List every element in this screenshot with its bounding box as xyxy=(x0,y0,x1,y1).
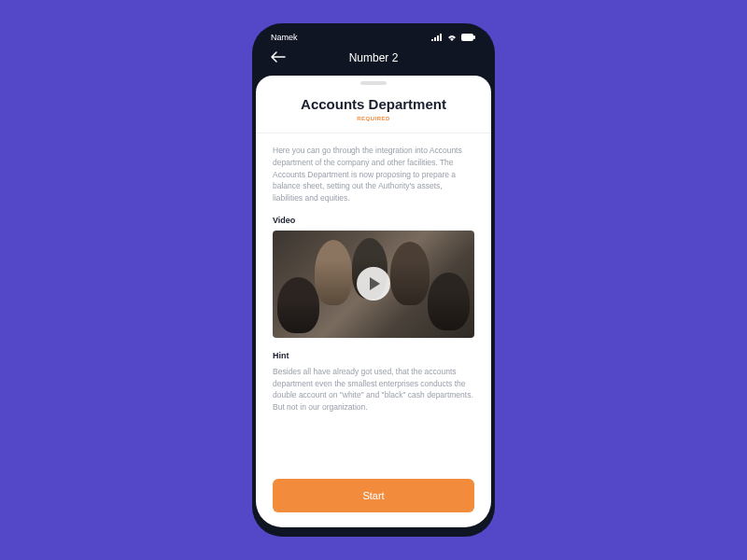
carrier-label: Namek xyxy=(271,33,298,42)
content-card: Accounts Department REQUIRED Here you ca… xyxy=(256,76,491,527)
header-section: Accounts Department REQUIRED xyxy=(256,92,491,133)
hint-text: Besides all have already got used, that … xyxy=(273,366,474,413)
drag-handle[interactable] xyxy=(360,81,387,85)
arrow-left-icon xyxy=(271,51,286,63)
play-icon xyxy=(370,277,380,290)
svg-rect-5 xyxy=(473,35,475,39)
svg-rect-2 xyxy=(437,35,439,41)
body-section: Here you can go through the integration … xyxy=(256,133,491,479)
signal-icon xyxy=(431,34,443,41)
phone-frame: Namek Number 2 Accounts Department REQUI… xyxy=(252,23,495,537)
video-label: Video xyxy=(273,216,474,225)
svg-rect-0 xyxy=(431,39,433,41)
status-bar: Namek xyxy=(256,27,491,44)
nav-title: Number 2 xyxy=(271,51,476,64)
required-badge: REQUIRED xyxy=(271,116,476,121)
status-icons xyxy=(431,34,476,41)
nav-bar: Number 2 xyxy=(256,44,491,76)
battery-icon xyxy=(461,34,476,41)
page-title: Accounts Department xyxy=(271,96,476,112)
wifi-icon xyxy=(446,34,458,41)
video-thumbnail[interactable] xyxy=(273,231,474,338)
svg-rect-3 xyxy=(440,34,442,41)
svg-rect-4 xyxy=(461,34,473,41)
play-button[interactable] xyxy=(357,267,390,301)
hint-label: Hint xyxy=(273,351,474,360)
description-text: Here you can go through the integration … xyxy=(273,145,474,204)
back-button[interactable] xyxy=(271,49,286,66)
start-button[interactable]: Start xyxy=(273,479,474,512)
svg-rect-1 xyxy=(434,37,436,41)
